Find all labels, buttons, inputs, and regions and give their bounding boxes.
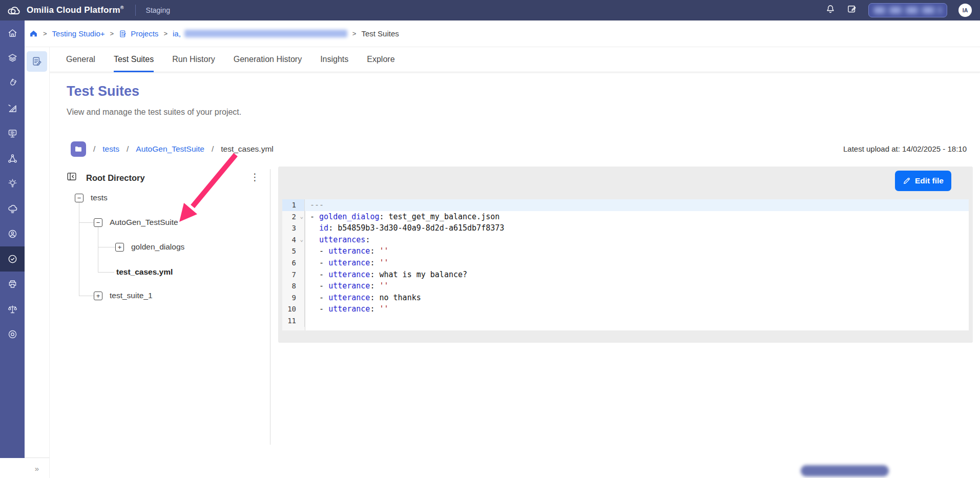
release-notes-icon[interactable] (847, 4, 857, 16)
path-separator: / (93, 144, 95, 154)
code-line[interactable]: 2⌄- golden_dialog: test_get_my_balance.j… (282, 211, 969, 223)
environment-label: Staging (146, 6, 170, 14)
latest-upload-note: Latest upload at: 14/02/2025 - 18:10 (843, 144, 967, 153)
collapse-panel-icon[interactable] (67, 172, 77, 184)
registered-mark: ® (120, 5, 124, 10)
tab-run-history[interactable]: Run History (172, 47, 215, 72)
sidebar-item-molecule[interactable] (0, 146, 25, 171)
code-line[interactable]: 7 - utterance: what is my balance? (282, 269, 969, 281)
root-folder-button[interactable] (71, 141, 86, 157)
code-editor[interactable]: 1---2⌄- golden_dialog: test_get_my_balan… (282, 199, 969, 330)
line-number: 11 (282, 315, 305, 327)
expand-toggle[interactable]: + (94, 292, 102, 300)
code-text: --- (305, 199, 324, 211)
tree-node-golden-dialogs: + golden_dialogs (115, 242, 184, 252)
tree-label[interactable]: golden_dialogs (131, 242, 184, 252)
path-separator: / (127, 144, 129, 154)
organization-selector[interactable] (868, 3, 947, 17)
code-line[interactable]: 3 id: b54859b3-3d30-40a9-8d2d-a615db7f83… (282, 222, 969, 234)
document-edit-icon (32, 56, 43, 67)
sidebar-item-insights[interactable] (0, 171, 25, 196)
tab-general[interactable]: General (66, 47, 95, 72)
file-tree: Root Directory ⋮ − tests − AutoGen_TestS… (67, 169, 267, 448)
tree-node-tests: − tests (75, 193, 108, 202)
code-text: - utterance: '' (305, 245, 389, 257)
sidebar-item-testing-studio[interactable] (0, 246, 25, 272)
line-number: 6 (282, 257, 305, 269)
tab-test-suites[interactable]: Test Suites (114, 47, 154, 72)
breadcrumb-testing-studio[interactable]: Testing Studio+ (52, 29, 105, 38)
sidebar-item-printer[interactable] (0, 272, 25, 297)
tree-connector (98, 247, 115, 247)
sidebar-item-magnet[interactable] (0, 71, 25, 96)
edit-file-button[interactable]: Edit file (895, 171, 951, 191)
layers-icon (7, 53, 18, 64)
tree-connector (98, 227, 98, 272)
fold-arrow-icon[interactable]: ⌄ (300, 234, 303, 246)
code-line[interactable]: 1--- (282, 199, 969, 211)
cloud-upload-icon (7, 203, 18, 214)
sidebar-item-compliance[interactable] (0, 297, 25, 322)
breadcrumb-separator: > (43, 30, 47, 37)
rail-item-testing-studio[interactable] (27, 51, 47, 72)
badge-check-icon (7, 254, 18, 264)
rail-collapse-button[interactable]: » (25, 458, 50, 478)
sidebar-item-cloud-deploy[interactable] (0, 196, 25, 221)
line-number: 2⌄ (282, 211, 305, 223)
sidebar-item-home[interactable] (0, 20, 25, 46)
fold-arrow-icon[interactable]: ⌄ (300, 211, 303, 223)
line-number: 8 (282, 280, 305, 292)
sidebar-item-ruler[interactable] (0, 96, 25, 121)
line-number: 10 (282, 303, 305, 315)
collapse-toggle[interactable]: − (94, 218, 102, 227)
home-icon (7, 28, 18, 38)
sidebar-item-layers[interactable] (0, 46, 25, 71)
tree-connector (98, 272, 114, 273)
home-icon (29, 29, 38, 38)
code-line[interactable]: 9 - utterance: no thanks (282, 292, 969, 304)
collapse-toggle[interactable]: − (75, 194, 84, 202)
tree-node-autogen-testsuite: − AutoGen_TestSuite (94, 218, 178, 227)
breadcrumb-projects[interactable]: Projects (119, 29, 158, 38)
breadcrumb-separator: > (163, 30, 168, 37)
code-line[interactable]: 5 - utterance: '' (282, 245, 969, 257)
sidebar-item-account-settings[interactable] (0, 221, 25, 246)
avatar[interactable]: IA (958, 4, 972, 17)
lightbulb-icon (7, 178, 18, 189)
tree-connector (79, 202, 79, 296)
breadcrumb-home[interactable] (29, 29, 38, 38)
tree-kebab-menu[interactable]: ⋮ (250, 171, 260, 183)
voice-kiosk-icon (7, 128, 18, 139)
tree-label[interactable]: AutoGen_TestSuite (110, 218, 178, 227)
tree-node-test-suite-1: + test_suite_1 (94, 291, 153, 300)
page-description: View and manage the test suites of your … (67, 108, 241, 117)
panel-divider (270, 169, 270, 445)
code-line[interactable]: 8 - utterance: '' (282, 280, 969, 292)
user-gear-icon (7, 228, 18, 239)
tree-node-test-cases-yml: test_cases.yml (116, 267, 173, 277)
sidebar-item-target[interactable] (0, 322, 25, 347)
code-line[interactable]: 4⌄ utterances: (282, 234, 969, 246)
line-number: 1 (282, 199, 305, 211)
notifications-bell-icon[interactable] (825, 4, 836, 16)
breadcrumb-project-name[interactable]: ia, (173, 29, 347, 38)
sidebar-item-voice-kiosk[interactable] (0, 121, 25, 146)
tree-label[interactable]: tests (91, 193, 108, 202)
code-line[interactable]: 10 - utterance: '' (282, 303, 969, 315)
code-text: - utterance: '' (305, 257, 389, 269)
tree-connector (79, 222, 94, 223)
tree-label-selected[interactable]: test_cases.yml (116, 267, 173, 277)
tab-generation-history[interactable]: Generation History (234, 47, 302, 72)
path-tests[interactable]: tests (102, 144, 119, 154)
code-line[interactable]: 6 - utterance: '' (282, 257, 969, 269)
primary-sidebar (0, 20, 25, 458)
tab-explore[interactable]: Explore (367, 47, 394, 72)
line-number: 7 (282, 269, 305, 281)
path-autogen-testsuite[interactable]: AutoGen_TestSuite (136, 144, 204, 154)
expand-toggle[interactable]: + (115, 243, 124, 252)
code-text: - utterance: no thanks (305, 292, 421, 304)
code-line[interactable]: 11 (282, 315, 969, 327)
tree-label[interactable]: test_suite_1 (110, 291, 153, 300)
magnet-icon (7, 78, 18, 89)
tab-insights[interactable]: Insights (320, 47, 348, 72)
